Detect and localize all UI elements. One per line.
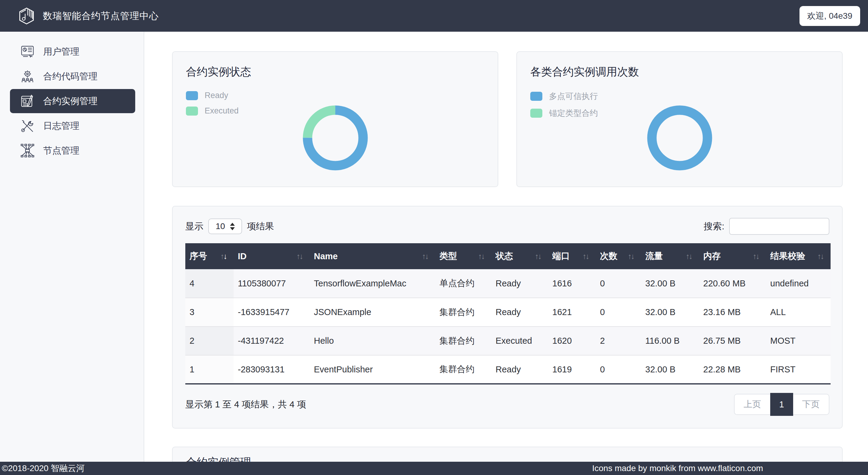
topbar: 数瑞智能合约节点管理中心 欢迎, 04e39 [0,0,868,32]
sort-icon: ↑↓ [535,252,541,261]
table-row: 3 -1633915477 JSONExample 集群合约 Ready 162… [185,298,831,326]
column-header-traffic[interactable]: 流量↑↓ [641,243,699,269]
sort-icon: ↑↓ [817,252,823,261]
cell-id: -431197422 [234,326,310,355]
cell-traffic: 32.00 B [641,269,699,298]
column-header-name[interactable]: Name↑↓ [310,243,435,269]
legend: Ready Executed [186,91,239,116]
legend-swatch-green [530,108,542,118]
footer: ©2018-2020 智融云河 Icons made by monkik fro… [0,462,868,475]
column-header-memory[interactable]: 内存↑↓ [699,243,766,269]
table-controls: 显示 10 项结果 搜索: [185,218,829,235]
cell-status: Executed [491,326,548,355]
column-header-status[interactable]: 状态↑↓ [491,243,548,269]
contract-instance-icon [20,93,35,109]
column-header-verification[interactable]: 结果校验↑↓ [766,243,831,269]
legend-label: 多点可信执行 [549,91,598,102]
cell-status: Ready [491,355,548,384]
content: 合约实例状态 Ready Executed 各类合约实例 [144,32,868,462]
sort-icon: ↑↓ [422,252,428,261]
search-control: 搜索: [704,218,829,235]
contract-status-card: 合约实例状态 Ready Executed [172,51,498,187]
sort-icon: ↑↓ [297,252,302,261]
column-header-id[interactable]: ID↑↓ [234,243,310,269]
sidebar-item-label: 节点管理 [43,145,80,157]
cell-memory: 23.16 MB [699,298,766,326]
table-row: 2 -431197422 Hello 集群合约 Executed 1620 2 … [185,326,831,355]
brand: 数瑞智能合约节点管理中心 [18,7,159,25]
cell-traffic: 32.00 B [641,298,699,326]
sidebar-item-contract-code[interactable]: 合约代码管理 [10,64,135,88]
sidebar-item-log-management[interactable]: 日志管理 [10,114,135,138]
sort-icon: ↑↓ [628,252,634,261]
cell-status: Ready [491,269,548,298]
page-number-button[interactable]: 1 [770,393,793,416]
legend-item-executed: Executed [186,106,239,116]
cell-status: Ready [491,298,548,326]
cell-port: 1616 [548,269,596,298]
cell-port: 1620 [548,326,596,355]
table-header: 序号↑↓ ID↑↓ Name↑↓ 类型↑↓ 状态↑↓ 端口↑↓ 次数↑↓ 流量↑… [185,243,831,269]
page-size-select[interactable]: 10 [208,219,242,234]
cell-count: 2 [596,326,641,355]
legend-label: 锚定类型合约 [549,108,598,119]
table-row: 4 1105380077 TensorflowExampleMac 单点合约 R… [185,269,831,298]
cell-id: -1633915477 [234,298,310,326]
cell-memory: 26.75 MB [699,326,766,355]
sidebar-item-label: 用户管理 [43,45,80,58]
chart-title: 合约实例状态 [186,65,485,80]
cell-type: 集群合约 [435,326,491,355]
cell-id: -283093131 [234,355,310,384]
page-size-value: 10 [216,222,225,231]
cell-memory: 22.28 MB [699,355,766,384]
invocation-donut-chart [641,99,719,177]
sort-icon: ↑↓ [686,252,692,261]
table-row: 1 -283093131 EventPublisher 集群合约 Ready 1… [185,355,831,384]
cell-verification: undefined [766,269,831,298]
app-root: 数瑞智能合约节点管理中心 欢迎, 04e39 用户管理 [0,0,868,475]
search-input[interactable] [729,218,829,235]
app-logo-icon [18,7,36,25]
results-label: 项结果 [247,220,274,233]
copyright-text: ©2018-2020 智融云河 [2,463,85,474]
sidebar-item-contract-instance[interactable]: 合约实例管理 [10,89,135,113]
next-page-button[interactable]: 下页 [793,394,829,415]
log-management-icon [20,118,35,134]
cell-verification: FIRST [766,355,831,384]
welcome-user-button[interactable]: 欢迎, 04e39 [800,6,860,26]
cell-type: 集群合约 [435,298,491,326]
cell-name: EventPublisher [310,355,435,384]
legend: 多点可信执行 锚定类型合约 [530,91,598,119]
column-header-port[interactable]: 端口↑↓ [548,243,596,269]
cell-verification: MOST [766,326,831,355]
cell-traffic: 116.00 B [641,326,699,355]
cell-count: 0 [596,355,641,384]
cell-index: 3 [185,298,234,326]
sidebar-item-label: 合约代码管理 [43,70,97,83]
sidebar-item-user-management[interactable]: 用户管理 [10,39,135,64]
credits-text: Icons made by monkik from www.flaticon.c… [592,464,763,473]
column-header-index[interactable]: 序号↑↓ [185,243,234,269]
sort-icon: ↑↓ [220,252,226,261]
sort-icon: ↑↓ [478,252,484,261]
sort-icon: ↑↓ [583,252,589,261]
cell-type: 集群合约 [435,355,491,384]
prev-page-button[interactable]: 上页 [734,394,770,415]
cell-name: TensorflowExampleMac [310,269,435,298]
sidebar: 用户管理 合约代码管理 [0,32,144,462]
show-label: 显示 [185,220,204,233]
cell-index: 4 [185,269,234,298]
legend-item-multipoint: 多点可信执行 [530,91,598,102]
column-header-type[interactable]: 类型↑↓ [435,243,491,269]
sidebar-item-node-management[interactable]: 节点管理 [10,138,135,163]
column-header-count[interactable]: 次数↑↓ [596,243,641,269]
cell-name: Hello [310,326,435,355]
charts-row: 合约实例状态 Ready Executed 各类合约实例 [172,51,843,187]
page-size-control: 显示 10 项结果 [185,219,274,234]
cell-count: 0 [596,298,641,326]
cell-count: 0 [596,269,641,298]
legend-label: Executed [205,106,239,116]
cell-index: 1 [185,355,234,384]
legend-swatch-green [186,106,198,116]
sidebar-item-label: 合约实例管理 [43,95,97,107]
